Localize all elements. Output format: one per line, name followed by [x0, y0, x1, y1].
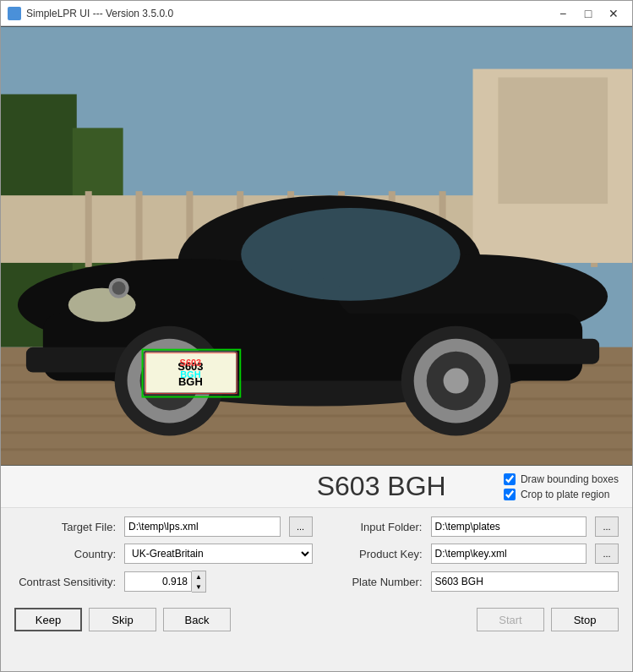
input-folder-browse-button[interactable]: ...: [595, 516, 619, 537]
row-country-key: Country: UK-GreatBritain Product Key: ..…: [14, 544, 619, 564]
contrast-up-button[interactable]: ▲: [192, 571, 205, 582]
crop-to-plate-label: Crop to plate region: [521, 489, 609, 500]
controls-panel: Target File: ... Input Folder: ... Count…: [1, 508, 632, 601]
draw-bounding-boxes-item: Draw bounding boxes: [504, 473, 619, 485]
crop-to-plate-item: Crop to plate region: [504, 489, 619, 500]
svg-rect-4: [85, 191, 92, 267]
bottom-right-buttons: Start Stop: [477, 608, 619, 631]
stop-button[interactable]: Stop: [551, 608, 619, 631]
contrast-spinner-buttons: ▲ ▼: [192, 571, 206, 593]
title-bar-left: SimpleLPR UI --- Version 3.5.0.0: [8, 7, 173, 20]
result-bar: S603 BGH Draw bounding boxes Crop to pla…: [1, 466, 632, 508]
product-key-group: Product Key: ...: [321, 544, 619, 564]
plate-result: S603 BGH: [259, 471, 503, 502]
plate-number-label: Plate Number:: [321, 576, 423, 588]
svg-text:BGH: BGH: [180, 369, 200, 380]
svg-rect-5: [136, 191, 143, 267]
product-key-input[interactable]: [431, 544, 587, 564]
minimize-button[interactable]: −: [551, 5, 575, 22]
svg-rect-16: [498, 78, 608, 205]
svg-point-42: [112, 281, 126, 295]
svg-point-39: [444, 369, 469, 394]
svg-point-28: [241, 208, 460, 301]
checkbox-group: Draw bounding boxes Crop to plate region: [504, 473, 619, 500]
crop-to-plate-checkbox[interactable]: [504, 489, 516, 500]
plate-number-group: Plate Number:: [321, 571, 619, 592]
svg-rect-21: [1, 414, 632, 417]
country-label: Country:: [14, 548, 116, 560]
contrast-input[interactable]: [124, 571, 192, 592]
window-title: SimpleLPR UI --- Version 3.5.0.0: [26, 8, 173, 19]
country-select[interactable]: UK-GreatBritain: [124, 544, 313, 564]
window-controls: − □ ✕: [551, 5, 625, 22]
draw-bounding-boxes-checkbox[interactable]: [504, 473, 516, 485]
country-group: Country: UK-GreatBritain: [14, 544, 313, 564]
svg-rect-23: [1, 448, 632, 451]
contrast-down-button[interactable]: ▼: [192, 582, 205, 592]
contrast-spinner: ▲ ▼: [124, 571, 206, 593]
start-button[interactable]: Start: [477, 608, 544, 631]
contrast-group: Contrast Sensitivity: ▲ ▼: [14, 571, 313, 593]
target-file-group: Target File: ...: [14, 516, 313, 537]
draw-bounding-boxes-label: Draw bounding boxes: [521, 473, 619, 485]
row-contrast-plate: Contrast Sensitivity: ▲ ▼ Plate Number:: [14, 571, 619, 593]
skip-button[interactable]: Skip: [89, 608, 156, 631]
product-key-browse-button[interactable]: ...: [595, 544, 619, 564]
contrast-label: Contrast Sensitivity:: [14, 576, 116, 588]
bottom-left-buttons: Keep Skip Back: [14, 608, 231, 631]
back-button[interactable]: Back: [163, 608, 231, 631]
main-window: SimpleLPR UI --- Version 3.5.0.0 − □ ✕: [0, 0, 633, 672]
target-file-label: Target File:: [14, 521, 116, 533]
car-image: S603 BGH S603 BGH: [1, 26, 632, 466]
close-button[interactable]: ✕: [602, 5, 625, 22]
svg-rect-22: [1, 431, 632, 434]
input-folder-input[interactable]: [431, 516, 587, 537]
maximize-button[interactable]: □: [576, 5, 600, 22]
product-key-label: Product Key:: [321, 548, 423, 560]
target-file-input[interactable]: [124, 516, 281, 537]
target-file-browse-button[interactable]: ...: [289, 516, 313, 537]
input-folder-label: Input Folder:: [321, 521, 423, 533]
bottom-row: Keep Skip Back Start Stop: [1, 601, 632, 638]
app-icon: [8, 7, 21, 20]
title-bar: SimpleLPR UI --- Version 3.5.0.0 − □ ✕: [1, 1, 632, 26]
image-area: S603 BGH S603 BGH: [1, 26, 632, 466]
keep-button[interactable]: Keep: [14, 608, 82, 631]
input-folder-group: Input Folder: ...: [321, 516, 619, 537]
svg-text:S603: S603: [180, 358, 202, 368]
row-target-input: Target File: ... Input Folder: ...: [14, 516, 619, 537]
plate-number-input[interactable]: [431, 571, 619, 592]
